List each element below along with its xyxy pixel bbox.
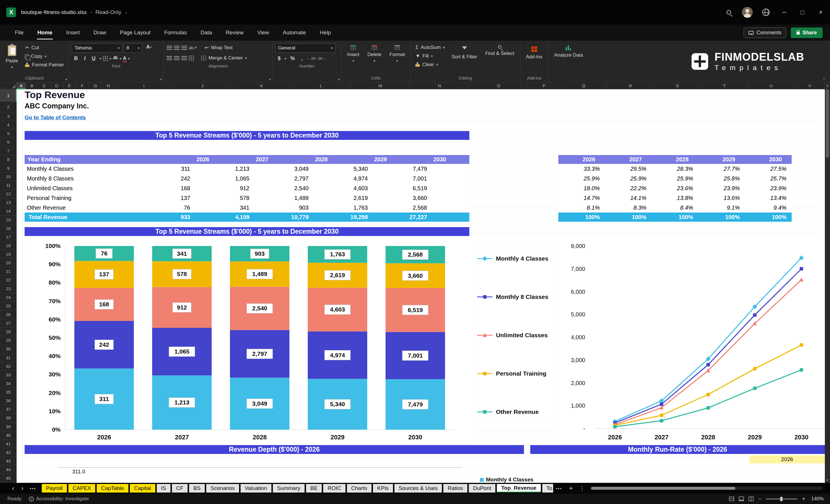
analyze-data-button[interactable]: Analyze Data: [551, 43, 586, 60]
row-header-20[interactable]: 20: [0, 259, 17, 267]
tab-nav-left-icon[interactable]: ‹: [8, 484, 18, 492]
row-header-37[interactable]: 37: [0, 405, 17, 414]
row-header-26[interactable]: 26: [0, 310, 17, 319]
page-break-view-icon[interactable]: [748, 497, 754, 501]
presence-button[interactable]: [757, 0, 775, 25]
sheet-tab-be[interactable]: BE: [306, 484, 322, 493]
find-select-button[interactable]: Find & Select: [482, 43, 517, 59]
sheet-tab-is[interactable]: IS: [157, 484, 170, 493]
pct-total-value[interactable]: 100%: [558, 213, 605, 222]
comments-button[interactable]: Comments: [744, 28, 786, 38]
font-color-icon[interactable]: A: [123, 56, 126, 61]
addins-button[interactable]: Add-ins: [523, 43, 545, 62]
row-header-41[interactable]: 41: [0, 440, 17, 448]
row-header-39[interactable]: 39: [0, 422, 17, 431]
font-name-combo[interactable]: Tahoma▾: [72, 43, 122, 53]
table-cell-value[interactable]: 341: [232, 203, 292, 213]
row-header-32[interactable]: 32: [0, 362, 17, 371]
pct-header-year[interactable]: 2029: [698, 155, 745, 164]
table-cell-value[interactable]: 2,797: [292, 174, 351, 183]
table-header-year[interactable]: 2026: [173, 155, 232, 164]
sheet-tab-captable[interactable]: CapTable: [97, 484, 128, 493]
underline-button[interactable]: U: [90, 55, 98, 62]
align-middle-icon[interactable]: [174, 46, 180, 50]
row-header-16[interactable]: 16: [0, 224, 17, 233]
row-header-30[interactable]: 30: [0, 345, 17, 353]
column-header-M[interactable]: M: [351, 83, 410, 89]
column-header-J[interactable]: J: [173, 83, 232, 89]
row-header-31[interactable]: 31: [0, 353, 17, 362]
pct-cell-value[interactable]: 25.9%: [651, 174, 698, 183]
vertical-scrollbar-thumb[interactable]: [826, 89, 829, 158]
clear-button[interactable]: Clear▾: [414, 61, 446, 69]
table-cell-value[interactable]: 4,974: [351, 174, 410, 183]
table-header-year[interactable]: 2030: [410, 155, 469, 164]
sheet-tab-dupont[interactable]: DuPont: [469, 484, 496, 493]
row-header-14[interactable]: 14: [0, 207, 17, 215]
table-row-label[interactable]: Monthly 8 Classes: [25, 174, 173, 183]
pct-cell-value[interactable]: 23.9%: [745, 183, 792, 193]
pct-cell-value[interactable]: 29.5%: [605, 164, 651, 174]
row-header-18[interactable]: 18: [0, 242, 17, 250]
align-left-icon[interactable]: [166, 56, 172, 60]
column-header-K[interactable]: K: [232, 83, 291, 89]
zoom-slider-thumb[interactable]: [780, 497, 783, 501]
table-header-year[interactable]: 2027: [232, 155, 292, 164]
insert-cells-button[interactable]: Insert▾: [344, 43, 362, 66]
pct-cell-value[interactable]: 9.1%: [698, 203, 745, 213]
row-header-13[interactable]: 13: [0, 198, 17, 207]
table-cell-value[interactable]: 578: [232, 193, 292, 203]
row-header-6[interactable]: 6: [0, 138, 17, 147]
sheet-tab-bs[interactable]: BS: [189, 484, 205, 493]
align-bottom-icon[interactable]: [181, 46, 187, 50]
table-row-label[interactable]: Monthly 4 Classes: [25, 164, 173, 174]
row-header-27[interactable]: 27: [0, 319, 17, 327]
collapse-ribbon-icon[interactable]: ⌄: [822, 75, 826, 81]
row-header-33[interactable]: 33: [0, 371, 17, 379]
table-cell-value[interactable]: 903: [292, 203, 351, 213]
pct-total-value[interactable]: 100%: [651, 213, 698, 222]
sheet-tab-roic[interactable]: ROIC: [323, 484, 346, 493]
sheet-tab-top-revenue[interactable]: Top_Revenue: [497, 484, 541, 493]
cut-button[interactable]: ✂Cut: [23, 43, 65, 52]
row-header-42[interactable]: 42: [0, 448, 17, 457]
share-button[interactable]: Share: [791, 28, 823, 38]
row-header-7[interactable]: 7: [0, 147, 17, 155]
table-cell-value[interactable]: 3,660: [410, 193, 469, 203]
menu-tab-insert[interactable]: Insert: [59, 25, 87, 41]
column-header-A[interactable]: A: [17, 83, 26, 89]
indent-icon[interactable]: [189, 56, 194, 61]
zoom-slider[interactable]: [766, 499, 797, 499]
row-header-45[interactable]: 45: [0, 474, 17, 482]
row-header-29[interactable]: 29: [0, 336, 17, 345]
decrease-decimal-icon[interactable]: .00→: [317, 56, 326, 61]
row-header-5[interactable]: 5: [0, 129, 17, 138]
line-chart[interactable]: 8,0007,0006,0005,0004,0003,0002,0001,000…: [558, 236, 825, 444]
sheet-tab-valuation[interactable]: Valuation: [241, 484, 272, 493]
pct-header-year[interactable]: 2026: [558, 155, 605, 164]
dialog-launcher-icon[interactable]: ◢: [65, 77, 67, 81]
pct-cell-value[interactable]: 8.3%: [605, 203, 651, 213]
menu-tab-help[interactable]: Help: [313, 25, 338, 41]
table-cell-value[interactable]: 76: [173, 203, 232, 213]
pct-cell-value[interactable]: 18.0%: [558, 183, 605, 193]
table-cell-value[interactable]: 1,489: [292, 193, 351, 203]
percent-format-button[interactable]: %: [288, 55, 297, 62]
table-cell-value[interactable]: 5,340: [351, 164, 410, 174]
sheet-tab-summary[interactable]: Summary: [273, 484, 305, 493]
align-center-icon[interactable]: [174, 56, 180, 60]
pct-total-value[interactable]: 100%: [745, 213, 792, 222]
pct-cell-value[interactable]: 25.8%: [698, 174, 745, 183]
merge-center-button[interactable]: Merge & Center▾: [199, 54, 249, 62]
zoom-percentage[interactable]: 140%: [810, 496, 824, 502]
maximize-button[interactable]: □: [793, 0, 812, 25]
italic-button[interactable]: I: [82, 55, 88, 62]
pct-cell-value[interactable]: 28.3%: [651, 164, 698, 174]
scroll-up-icon[interactable]: ▲: [825, 83, 830, 88]
column-header-E[interactable]: E: [63, 83, 76, 89]
column-header-P[interactable]: P: [528, 83, 560, 89]
row-header-34[interactable]: 34: [0, 379, 17, 388]
column-header-O[interactable]: O: [469, 83, 528, 89]
table-cell-value[interactable]: 311: [173, 164, 232, 174]
table-cell-value[interactable]: 2,619: [351, 193, 410, 203]
